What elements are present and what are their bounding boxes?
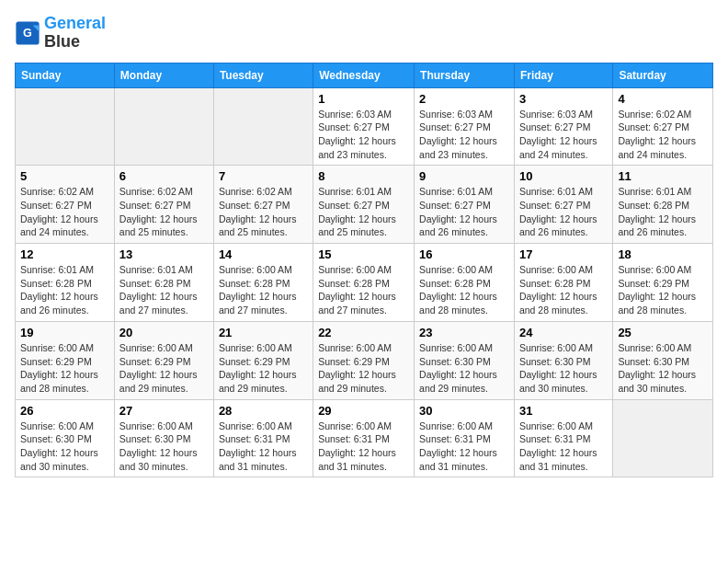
day-cell: 28Sunrise: 6:00 AM Sunset: 6:31 PM Dayli… [213, 399, 313, 477]
day-cell: 5Sunrise: 6:02 AM Sunset: 6:27 PM Daylig… [16, 166, 115, 244]
day-info: Sunrise: 6:01 AM Sunset: 6:27 PM Dayligh… [419, 185, 509, 239]
day-info: Sunrise: 6:02 AM Sunset: 6:27 PM Dayligh… [618, 108, 708, 162]
day-cell: 25Sunrise: 6:00 AM Sunset: 6:30 PM Dayli… [613, 321, 713, 399]
day-info: Sunrise: 6:00 AM Sunset: 6:29 PM Dayligh… [219, 341, 308, 396]
day-number: 3 [519, 92, 608, 106]
page-header: G General Blue [15, 15, 713, 52]
day-cell: 19Sunrise: 6:00 AM Sunset: 6:29 PM Dayli… [16, 321, 115, 399]
day-info: Sunrise: 6:01 AM Sunset: 6:27 PM Dayligh… [318, 185, 409, 239]
week-row-1: 1Sunrise: 6:03 AM Sunset: 6:27 PM Daylig… [16, 87, 713, 166]
day-number: 5 [20, 169, 109, 183]
svg-text:G: G [23, 27, 32, 40]
logo-text: General Blue [44, 15, 106, 52]
day-info: Sunrise: 6:00 AM Sunset: 6:29 PM Dayligh… [618, 263, 708, 317]
day-info: Sunrise: 6:00 AM Sunset: 6:30 PM Dayligh… [519, 341, 608, 396]
day-cell: 20Sunrise: 6:00 AM Sunset: 6:29 PM Dayli… [114, 321, 213, 399]
day-cell: 1Sunrise: 6:03 AM Sunset: 6:27 PM Daylig… [313, 87, 415, 166]
day-info: Sunrise: 6:00 AM Sunset: 6:30 PM Dayligh… [119, 419, 209, 474]
day-number: 6 [119, 169, 209, 183]
day-cell: 31Sunrise: 6:00 AM Sunset: 6:31 PM Dayli… [514, 399, 612, 477]
day-number: 31 [519, 404, 608, 418]
day-number: 18 [618, 247, 708, 261]
day-info: Sunrise: 6:00 AM Sunset: 6:28 PM Dayligh… [318, 263, 409, 317]
week-row-5: 26Sunrise: 6:00 AM Sunset: 6:30 PM Dayli… [16, 399, 713, 477]
day-cell: 27Sunrise: 6:00 AM Sunset: 6:30 PM Dayli… [114, 399, 213, 477]
day-cell: 30Sunrise: 6:00 AM Sunset: 6:31 PM Dayli… [415, 399, 515, 477]
day-number: 30 [419, 404, 509, 418]
calendar-header: SundayMondayTuesdayWednesdayThursdayFrid… [16, 63, 713, 87]
day-number: 27 [119, 404, 209, 418]
day-info: Sunrise: 6:01 AM Sunset: 6:27 PM Dayligh… [519, 185, 608, 239]
day-info: Sunrise: 6:03 AM Sunset: 6:27 PM Dayligh… [318, 108, 409, 162]
day-number: 8 [318, 169, 409, 183]
day-cell: 15Sunrise: 6:00 AM Sunset: 6:28 PM Dayli… [313, 244, 415, 322]
day-info: Sunrise: 6:00 AM Sunset: 6:28 PM Dayligh… [219, 263, 308, 317]
day-info: Sunrise: 6:00 AM Sunset: 6:28 PM Dayligh… [519, 263, 608, 317]
header-cell-saturday: Saturday [613, 63, 713, 87]
day-number: 23 [419, 326, 509, 339]
header-row: SundayMondayTuesdayWednesdayThursdayFrid… [16, 63, 713, 87]
day-number: 20 [119, 326, 209, 339]
day-info: Sunrise: 6:00 AM Sunset: 6:29 PM Dayligh… [318, 341, 409, 396]
day-cell: 26Sunrise: 6:00 AM Sunset: 6:30 PM Dayli… [16, 399, 115, 477]
week-row-3: 12Sunrise: 6:01 AM Sunset: 6:28 PM Dayli… [16, 244, 713, 322]
day-info: Sunrise: 6:00 AM Sunset: 6:30 PM Dayligh… [618, 341, 708, 396]
day-info: Sunrise: 6:00 AM Sunset: 6:30 PM Dayligh… [419, 341, 509, 396]
day-info: Sunrise: 6:00 AM Sunset: 6:29 PM Dayligh… [119, 341, 209, 396]
day-cell: 4Sunrise: 6:02 AM Sunset: 6:27 PM Daylig… [613, 87, 713, 166]
day-info: Sunrise: 6:00 AM Sunset: 6:31 PM Dayligh… [519, 419, 608, 474]
day-number: 1 [318, 92, 409, 106]
day-number: 28 [219, 404, 308, 418]
day-cell: 16Sunrise: 6:00 AM Sunset: 6:28 PM Dayli… [415, 244, 515, 322]
header-cell-tuesday: Tuesday [213, 63, 313, 87]
day-cell: 2Sunrise: 6:03 AM Sunset: 6:27 PM Daylig… [415, 87, 515, 166]
day-number: 14 [219, 247, 308, 261]
header-cell-thursday: Thursday [415, 63, 515, 87]
day-info: Sunrise: 6:00 AM Sunset: 6:29 PM Dayligh… [20, 341, 109, 396]
day-number: 7 [219, 169, 308, 183]
day-cell: 23Sunrise: 6:00 AM Sunset: 6:30 PM Dayli… [415, 321, 515, 399]
day-info: Sunrise: 6:01 AM Sunset: 6:28 PM Dayligh… [618, 185, 708, 239]
day-info: Sunrise: 6:03 AM Sunset: 6:27 PM Dayligh… [419, 108, 509, 162]
day-info: Sunrise: 6:00 AM Sunset: 6:31 PM Dayligh… [219, 419, 308, 474]
header-cell-wednesday: Wednesday [313, 63, 415, 87]
day-info: Sunrise: 6:01 AM Sunset: 6:28 PM Dayligh… [119, 263, 209, 317]
day-number: 25 [618, 326, 708, 339]
day-cell: 22Sunrise: 6:00 AM Sunset: 6:29 PM Dayli… [313, 321, 415, 399]
day-number: 17 [519, 247, 608, 261]
day-cell: 12Sunrise: 6:01 AM Sunset: 6:28 PM Dayli… [16, 244, 115, 322]
calendar-table: SundayMondayTuesdayWednesdayThursdayFrid… [15, 63, 713, 478]
day-cell: 7Sunrise: 6:02 AM Sunset: 6:27 PM Daylig… [213, 166, 313, 244]
day-info: Sunrise: 6:00 AM Sunset: 6:31 PM Dayligh… [419, 419, 509, 474]
logo: G General Blue [15, 15, 106, 52]
day-cell [114, 87, 213, 166]
day-cell: 21Sunrise: 6:00 AM Sunset: 6:29 PM Dayli… [213, 321, 313, 399]
day-number: 12 [20, 247, 109, 261]
day-cell: 10Sunrise: 6:01 AM Sunset: 6:27 PM Dayli… [514, 166, 612, 244]
calendar-body: 1Sunrise: 6:03 AM Sunset: 6:27 PM Daylig… [16, 87, 713, 477]
header-cell-monday: Monday [114, 63, 213, 87]
week-row-4: 19Sunrise: 6:00 AM Sunset: 6:29 PM Dayli… [16, 321, 713, 399]
day-number: 15 [318, 247, 409, 261]
day-info: Sunrise: 6:01 AM Sunset: 6:28 PM Dayligh… [20, 263, 109, 317]
day-cell: 17Sunrise: 6:00 AM Sunset: 6:28 PM Dayli… [514, 244, 612, 322]
day-info: Sunrise: 6:00 AM Sunset: 6:31 PM Dayligh… [318, 419, 409, 474]
day-cell [613, 399, 713, 477]
day-number: 29 [318, 404, 409, 418]
day-number: 4 [618, 92, 708, 106]
day-cell [16, 87, 115, 166]
day-cell: 11Sunrise: 6:01 AM Sunset: 6:28 PM Dayli… [613, 166, 713, 244]
week-row-2: 5Sunrise: 6:02 AM Sunset: 6:27 PM Daylig… [16, 166, 713, 244]
day-number: 22 [318, 326, 409, 339]
day-number: 16 [419, 247, 509, 261]
day-cell: 14Sunrise: 6:00 AM Sunset: 6:28 PM Dayli… [213, 244, 313, 322]
day-number: 10 [519, 169, 608, 183]
day-info: Sunrise: 6:02 AM Sunset: 6:27 PM Dayligh… [20, 185, 109, 239]
day-number: 24 [519, 326, 608, 339]
day-info: Sunrise: 6:02 AM Sunset: 6:27 PM Dayligh… [119, 185, 209, 239]
day-number: 19 [20, 326, 109, 339]
day-cell: 6Sunrise: 6:02 AM Sunset: 6:27 PM Daylig… [114, 166, 213, 244]
day-cell: 3Sunrise: 6:03 AM Sunset: 6:27 PM Daylig… [514, 87, 612, 166]
header-cell-friday: Friday [514, 63, 612, 87]
day-cell: 18Sunrise: 6:00 AM Sunset: 6:29 PM Dayli… [613, 244, 713, 322]
